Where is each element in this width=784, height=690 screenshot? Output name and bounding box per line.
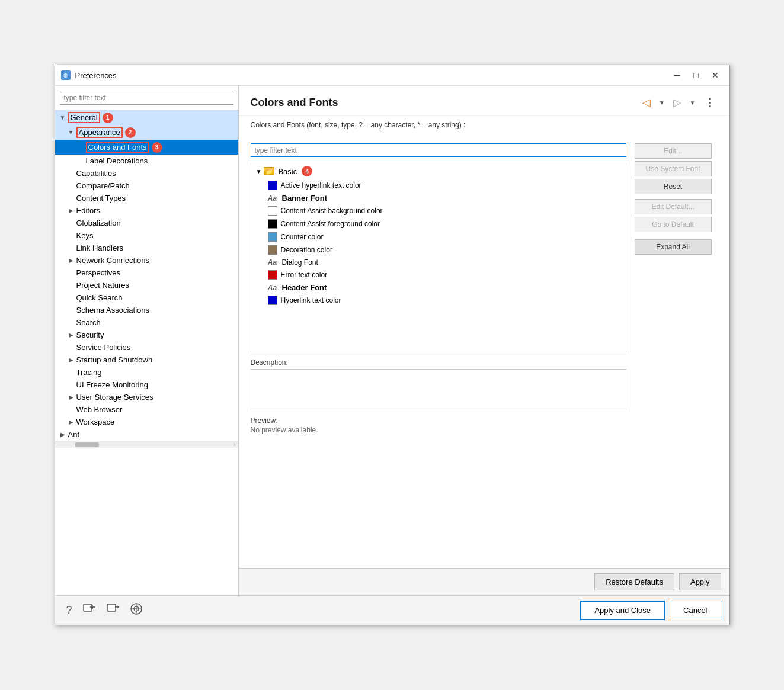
sidebar-label-security: Security [76,330,104,339]
apply-button[interactable]: Apply [679,573,721,590]
banner-font-label: Banner Font [282,194,328,203]
export-button[interactable] [104,602,123,619]
hscrollbar-thumb[interactable] [75,442,99,447]
sidebar-label-appearance: Appearance [79,128,120,137]
sidebar-item-quick-search[interactable]: Quick Search [55,291,238,304]
sidebar-label-link-handlers: Link Handlers [76,243,124,252]
sidebar-item-appearance[interactable]: ▼ Appearance 2 [55,125,238,140]
colors-filter-wrap [251,143,626,157]
title-bar-left: ⚙ Preferences [61,70,117,80]
active-hyperlink-label: Active hyperlink text color [281,181,361,190]
chevron-right-icon: ▶ [67,357,75,363]
color-item-hyperlink[interactable]: Hyperlink text color [251,294,626,307]
sidebar-item-editors[interactable]: ▶ Editors [55,204,238,217]
sidebar-item-ant[interactable]: ▶ Ant [55,428,238,441]
apply-and-close-button[interactable]: Apply and Close [580,601,665,620]
reset-button[interactable]: Reset [635,179,712,194]
badge-2: 2 [125,127,136,138]
sidebar-item-user-storage[interactable]: ▶ User Storage Services [55,391,238,403]
error-swatch [268,270,277,280]
sidebar-item-web-browser[interactable]: Web Browser [55,403,238,416]
sidebar-tree: ▼ General 1 ▼ Appearance 2 [55,110,238,441]
color-item-dialog-font[interactable]: Aa Dialog Font [251,256,626,268]
back-dropdown-button[interactable]: ▼ [656,98,668,108]
sidebar-item-link-handlers[interactable]: Link Handlers [55,242,238,254]
badge-1: 1 [103,113,113,123]
color-item-header-font[interactable]: Aa Header Font [251,281,626,294]
cancel-button[interactable]: Cancel [670,601,721,620]
sidebar-item-general[interactable]: ▼ General 1 [55,110,238,125]
chevron-right-icon: ▶ [67,394,75,400]
sidebar-item-search[interactable]: Search [55,316,238,329]
use-system-font-button[interactable]: Use System Font [635,161,712,176]
sidebar-item-perspectives[interactable]: Perspectives [55,267,238,279]
sidebar-item-service-policies[interactable]: Service Policies [55,341,238,354]
sidebar-item-startup-shutdown[interactable]: ▶ Startup and Shutdown [55,354,238,366]
basic-category-header[interactable]: ▼ 📁 Basic 4 [251,163,626,179]
color-item-error[interactable]: Error text color [251,268,626,281]
preview-section: Preview: No preview available. [251,416,626,434]
preferences-window: ⚙ Preferences ─ □ ✕ ▼ General 1 [55,65,730,625]
back-button[interactable]: ◁ [639,94,654,111]
sidebar-item-project-natures[interactable]: Project Natures [55,279,238,291]
linked-button[interactable] [127,602,145,619]
sidebar-item-schema-associations[interactable]: Schema Associations [55,304,238,316]
sidebar-item-network-connections[interactable]: ▶ Network Connections [55,254,238,267]
import-icon [83,604,96,614]
panel-right: Edit... Use System Font Reset Edit Defau… [635,143,718,561]
sidebar-label-compare-patch: Compare/Patch [76,181,130,190]
more-options-button[interactable]: ⋮ [701,94,718,111]
sidebar-label-colors-fonts: Colors and Fonts [88,143,147,152]
sidebar-item-colors-fonts[interactable]: Colors and Fonts 3 [55,140,238,155]
color-item-banner-font[interactable]: Aa Banner Font [251,192,626,204]
import-button[interactable] [80,602,99,619]
colors-filter-input[interactable] [255,146,622,155]
restore-defaults-button[interactable]: Restore Defaults [594,573,674,590]
description-label: Description: [251,358,626,367]
sidebar-label-user-storage: User Storage Services [76,393,153,402]
sidebar-label-tracing: Tracing [76,368,102,377]
content-assist-bg-label: Content Assist background color [281,207,383,215]
color-item-decoration[interactable]: Decoration color [251,243,626,256]
edit-default-button[interactable]: Edit Default... [635,199,712,214]
chevron-right-icon: ▶ [67,207,75,214]
color-item-content-assist-fg[interactable]: Content Assist foreground color [251,217,626,230]
sidebar-label-project-natures: Project Natures [76,281,130,290]
scroll-right-arrow[interactable]: › [233,441,235,448]
color-item-content-assist-bg[interactable]: Content Assist background color [251,204,626,217]
help-button[interactable]: ? [63,602,75,619]
sidebar-item-capabilities[interactable]: Capabilities [55,167,238,179]
sidebar-item-label-decorations[interactable]: Label Decorations [55,155,238,167]
footer-left: ? [63,602,145,619]
chevron-right-icon: ▶ [59,431,67,438]
link-icon [130,603,142,615]
go-to-default-button[interactable]: Go to Default [635,217,712,232]
sidebar-item-tracing[interactable]: Tracing [55,366,238,378]
color-item-counter[interactable]: Counter color [251,230,626,243]
expand-all-button[interactable]: Expand All [635,239,712,255]
sidebar-filter-input[interactable] [60,91,233,105]
sidebar-item-globalization[interactable]: Globalization [55,217,238,229]
basic-label: Basic [278,167,297,176]
maximize-button[interactable]: □ [688,69,705,82]
panel-left: ▼ 📁 Basic 4 Active hyperlink text color [251,143,626,561]
sidebar-item-ui-freeze[interactable]: UI Freeze Monitoring [55,378,238,391]
sidebar-label-quick-search: Quick Search [76,293,123,302]
sidebar-hscrollbar[interactable]: › [55,441,238,448]
forward-dropdown-button[interactable]: ▼ [687,98,699,108]
sidebar-item-content-types[interactable]: Content Types [55,192,238,204]
color-item-active-hyperlink[interactable]: Active hyperlink text color [251,179,626,192]
edit-button[interactable]: Edit... [635,143,712,159]
sidebar-item-keys[interactable]: Keys [55,229,238,242]
minimize-button[interactable]: ─ [669,69,686,82]
counter-swatch [268,232,277,242]
forward-button[interactable]: ▷ [670,94,684,111]
close-button[interactable]: ✕ [707,69,724,82]
sidebar-item-security[interactable]: ▶ Security [55,329,238,341]
footer-right: Apply and Close Cancel [580,601,721,620]
sidebar-item-compare-patch[interactable]: Compare/Patch [55,179,238,192]
sidebar-item-workspace[interactable]: ▶ Workspace [55,416,238,428]
sidebar: ▼ General 1 ▼ Appearance 2 [55,86,239,595]
svg-rect-0 [84,604,92,611]
chevron-right-icon: ▶ [67,332,75,338]
